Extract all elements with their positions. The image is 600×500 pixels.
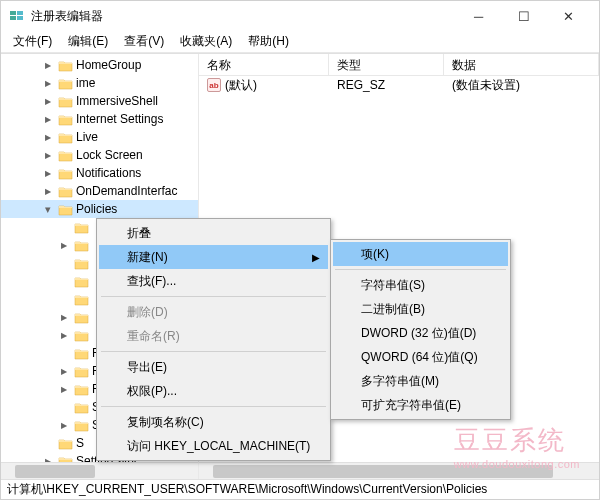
folder-icon — [58, 59, 73, 72]
minimize-button[interactable]: ─ — [456, 2, 501, 30]
tree-label: Lock Screen — [76, 148, 143, 162]
menu-file[interactable]: 文件(F) — [5, 31, 60, 52]
tree-label: ImmersiveShell — [76, 94, 158, 108]
folder-icon — [74, 401, 89, 414]
submenu-new: 项(K)字符串值(S)二进制值(B)DWORD (32 位)值(D)QWORD … — [330, 239, 511, 420]
ctx-删除(D): 删除(D) — [99, 300, 328, 324]
close-button[interactable]: ✕ — [546, 2, 591, 30]
sub-可扩充字符串值(E)[interactable]: 可扩充字符串值(E) — [333, 393, 508, 417]
menu-view[interactable]: 查看(V) — [116, 31, 172, 52]
expander-icon[interactable]: ▶ — [57, 382, 71, 396]
sub-字符串值(S)[interactable]: 字符串值(S) — [333, 273, 508, 297]
folder-icon — [58, 149, 73, 162]
tree-item-Lock Screen[interactable]: ▶Lock Screen — [1, 146, 198, 164]
expander-icon[interactable]: ▶ — [57, 328, 71, 342]
folder-icon — [74, 221, 89, 234]
menubar: 文件(F) 编辑(E) 查看(V) 收藏夹(A) 帮助(H) — [1, 31, 599, 53]
expander-icon[interactable]: ▾ — [41, 202, 55, 216]
expander-icon — [41, 436, 55, 450]
tree-label: OnDemandInterfac — [76, 184, 177, 198]
ctx-复制项名称(C)[interactable]: 复制项名称(C) — [99, 410, 328, 434]
expander-icon[interactable]: ▶ — [41, 184, 55, 198]
expander-icon[interactable]: ▶ — [57, 238, 71, 252]
col-name[interactable]: 名称 — [199, 54, 329, 75]
ctx-重命名(R): 重命名(R) — [99, 324, 328, 348]
expander-icon[interactable]: ▶ — [41, 58, 55, 72]
folder-icon — [74, 347, 89, 360]
folder-icon — [74, 419, 89, 432]
maximize-button[interactable]: ☐ — [501, 2, 546, 30]
titlebar: 注册表编辑器 ─ ☐ ✕ — [1, 1, 599, 31]
menu-edit[interactable]: 编辑(E) — [60, 31, 116, 52]
folder-icon — [58, 167, 73, 180]
tree-label: Notifications — [76, 166, 141, 180]
svg-rect-2 — [10, 16, 16, 20]
sub-QWORD (64 位)值(Q)[interactable]: QWORD (64 位)值(Q) — [333, 345, 508, 369]
ctx-权限(P)...[interactable]: 权限(P)... — [99, 379, 328, 403]
menu-favorites[interactable]: 收藏夹(A) — [172, 31, 240, 52]
expander-icon[interactable]: ▶ — [41, 166, 55, 180]
tree-item-ime[interactable]: ▶ime — [1, 74, 198, 92]
expander-icon — [57, 274, 71, 288]
folder-icon — [74, 311, 89, 324]
folder-icon — [58, 131, 73, 144]
folder-icon — [74, 383, 89, 396]
col-data[interactable]: 数据 — [444, 54, 599, 75]
folder-icon — [58, 203, 73, 216]
col-type[interactable]: 类型 — [329, 54, 444, 75]
sub-多字符串值(M)[interactable]: 多字符串值(M) — [333, 369, 508, 393]
folder-icon — [74, 329, 89, 342]
expander-icon[interactable]: ▶ — [41, 76, 55, 90]
folder-icon — [58, 77, 73, 90]
ctx-访问 HKEY_LOCAL_MACHINE(T)[interactable]: 访问 HKEY_LOCAL_MACHINE(T) — [99, 434, 328, 458]
value-data: (数值未设置) — [444, 76, 599, 95]
watermark: 豆豆系统 www.doudouxitong.com — [454, 423, 580, 470]
sub-项(K)[interactable]: 项(K) — [333, 242, 508, 266]
tree-item-Policies[interactable]: ▾Policies — [1, 200, 198, 218]
window-title: 注册表编辑器 — [31, 8, 456, 25]
menu-help[interactable]: 帮助(H) — [240, 31, 297, 52]
folder-icon — [58, 185, 73, 198]
folder-icon — [74, 365, 89, 378]
svg-rect-3 — [17, 16, 23, 20]
value-type: REG_SZ — [329, 77, 444, 93]
expander-icon[interactable]: ▶ — [41, 94, 55, 108]
tree-item-OnDemandInterfac[interactable]: ▶OnDemandInterfac — [1, 182, 198, 200]
ctx-查找(F)...[interactable]: 查找(F)... — [99, 269, 328, 293]
list-row[interactable]: ab (默认) REG_SZ (数值未设置) — [199, 76, 599, 94]
expander-icon[interactable]: ▶ — [57, 418, 71, 432]
sub-DWORD (32 位)值(D)[interactable]: DWORD (32 位)值(D) — [333, 321, 508, 345]
list-header: 名称 类型 数据 — [199, 54, 599, 76]
tree-item-Notifications[interactable]: ▶Notifications — [1, 164, 198, 182]
string-value-icon: ab — [207, 78, 221, 92]
tree-label: Internet Settings — [76, 112, 163, 126]
tree-item-Live[interactable]: ▶Live — [1, 128, 198, 146]
ctx-折叠[interactable]: 折叠 — [99, 221, 328, 245]
tree-label: Live — [76, 130, 98, 144]
folder-icon — [74, 239, 89, 252]
expander-icon[interactable]: ▶ — [41, 130, 55, 144]
expander-icon[interactable]: ▶ — [57, 310, 71, 324]
tree-label: ime — [76, 76, 95, 90]
expander-icon[interactable]: ▶ — [41, 148, 55, 162]
value-name: (默认) — [225, 77, 257, 94]
tree-label: S — [76, 436, 84, 450]
ctx-导出(E)[interactable]: 导出(E) — [99, 355, 328, 379]
folder-icon — [58, 95, 73, 108]
svg-rect-1 — [17, 11, 23, 15]
tree-item-ImmersiveShell[interactable]: ▶ImmersiveShell — [1, 92, 198, 110]
ctx-新建(N)[interactable]: 新建(N)▶ — [99, 245, 328, 269]
svg-rect-0 — [10, 11, 16, 15]
tree-item-Internet Settings[interactable]: ▶Internet Settings — [1, 110, 198, 128]
app-icon — [9, 8, 25, 24]
tree-hscroll[interactable] — [1, 462, 198, 479]
sub-二进制值(B)[interactable]: 二进制值(B) — [333, 297, 508, 321]
expander-icon[interactable]: ▶ — [41, 112, 55, 126]
expander-icon — [57, 256, 71, 270]
tree-item-HomeGroup[interactable]: ▶HomeGroup — [1, 56, 198, 74]
tree-label: HomeGroup — [76, 58, 141, 72]
folder-icon — [74, 275, 89, 288]
expander-icon[interactable]: ▶ — [57, 364, 71, 378]
statusbar: 计算机\HKEY_CURRENT_USER\SOFTWARE\Microsoft… — [1, 479, 599, 499]
folder-icon — [74, 257, 89, 270]
